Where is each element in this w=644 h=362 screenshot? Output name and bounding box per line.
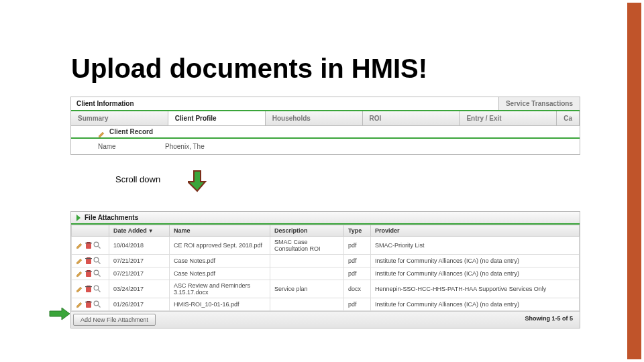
tab-client-profile[interactable]: Client Profile (168, 111, 266, 125)
tab-partial[interactable]: Ca (557, 111, 580, 125)
sort-desc-icon: ▼ (148, 228, 154, 234)
right-arrow-icon (48, 307, 71, 320)
client-info-header: Client Information Service Transactions (71, 97, 580, 111)
delete-icon[interactable] (85, 269, 92, 276)
row-filename: Case Notes.pdf (170, 267, 270, 280)
file-table: Date Added▼ Name Description Type Provid… (71, 225, 580, 311)
table-row: 07/21/2017Case Notes.pdfpdfInstitute for… (72, 267, 580, 280)
row-date: 07/21/2017 (109, 267, 170, 280)
edit-icon[interactable] (98, 128, 105, 135)
view-icon[interactable] (93, 241, 101, 248)
svg-point-23 (94, 301, 99, 306)
file-attachments-label: File Attachments (85, 214, 138, 221)
row-filename: HMIS-ROI_10-01-16.pdf (170, 298, 270, 311)
col-date-label: Date Added (113, 227, 147, 234)
col-type[interactable]: Type (344, 225, 371, 237)
row-date: 03/24/2017 (109, 280, 170, 298)
svg-line-9 (99, 262, 101, 264)
svg-point-13 (94, 270, 99, 275)
svg-rect-17 (85, 286, 92, 287)
svg-rect-5 (86, 259, 91, 264)
slide-accent-bar (627, 3, 641, 359)
delete-icon[interactable] (85, 300, 92, 307)
client-info-label: Client Information (71, 97, 498, 110)
row-date: 10/04/2018 (109, 237, 170, 255)
edit-icon[interactable] (76, 300, 83, 307)
svg-rect-2 (85, 243, 92, 243)
col-desc[interactable]: Description (270, 225, 344, 237)
table-row: 10/04/2018CE ROI approved Sept. 2018.pdf… (72, 237, 580, 255)
file-attachments-screenshot: File Attachments Date Added▼ Name Descri… (70, 211, 580, 328)
row-date: 01/26/2017 (109, 298, 170, 311)
svg-line-24 (99, 306, 101, 308)
client-record-header: Client Record (71, 126, 580, 139)
view-icon[interactable] (93, 269, 101, 276)
svg-rect-15 (86, 287, 91, 292)
file-attachments-header: File Attachments (71, 212, 580, 225)
row-actions (72, 298, 109, 311)
col-date[interactable]: Date Added▼ (109, 225, 170, 237)
tab-households[interactable]: Households (266, 111, 363, 125)
edit-icon[interactable] (76, 241, 83, 248)
delete-icon[interactable] (85, 241, 92, 248)
row-provider: Institute for Community Alliances (ICA) … (371, 267, 580, 280)
row-desc (270, 255, 344, 267)
edit-icon[interactable] (76, 257, 83, 263)
delete-icon[interactable] (85, 285, 92, 292)
client-tabs: Summary Client Profile Households ROI En… (71, 111, 580, 126)
edit-icon[interactable] (76, 269, 83, 276)
scroll-down-text: Scroll down (115, 174, 160, 184)
svg-rect-10 (86, 272, 91, 277)
row-actions (72, 255, 109, 267)
svg-line-19 (99, 290, 101, 292)
row-provider: SMAC-Priority List (371, 237, 580, 255)
client-name-row: Name Phoenix, The (71, 139, 580, 154)
name-label: Name (98, 143, 165, 150)
delete-icon[interactable] (85, 257, 92, 263)
slide-title: Upload documents in HMIS! (71, 54, 427, 84)
view-icon[interactable] (93, 257, 101, 263)
name-value: Phoenix, The (165, 143, 205, 150)
col-provider[interactable]: Provider (371, 225, 580, 237)
svg-rect-12 (85, 271, 92, 272)
svg-line-4 (99, 247, 101, 249)
add-file-button[interactable]: Add New File Attachment (73, 314, 156, 326)
expand-icon[interactable] (76, 215, 80, 221)
tab-summary[interactable]: Summary (71, 111, 168, 125)
row-actions (72, 237, 109, 255)
client-info-screenshot: Client Information Service Transactions … (70, 97, 580, 155)
svg-rect-22 (85, 302, 92, 302)
row-actions (72, 267, 109, 280)
svg-rect-0 (86, 243, 91, 249)
col-actions (72, 225, 109, 237)
row-type: docx (344, 280, 371, 298)
svg-rect-7 (85, 258, 92, 259)
edit-icon[interactable] (76, 285, 83, 292)
service-transactions-tab[interactable]: Service Transactions (498, 97, 580, 110)
svg-point-3 (94, 242, 99, 247)
row-desc (270, 267, 344, 280)
down-arrow-icon (188, 170, 207, 192)
row-desc: SMAC Case Consultation ROI (270, 237, 344, 255)
row-type: pdf (344, 255, 371, 267)
tab-roi[interactable]: ROI (363, 111, 460, 125)
row-date: 07/21/2017 (109, 255, 170, 267)
row-provider: Institute for Community Alliances (ICA) … (371, 255, 580, 267)
row-filename: ASC Review and Reminders 3.15.17.docx (170, 280, 270, 298)
row-type: pdf (344, 267, 371, 280)
tab-entry-exit[interactable]: Entry / Exit (460, 111, 557, 125)
table-row: 01/26/2017HMIS-ROI_10-01-16.pdfpdfInstit… (72, 298, 580, 311)
svg-point-18 (94, 286, 99, 290)
view-icon[interactable] (93, 285, 101, 292)
svg-rect-20 (86, 302, 91, 308)
col-name[interactable]: Name (170, 225, 270, 237)
row-actions (72, 280, 109, 298)
table-row: 07/21/2017Case Notes.pdfpdfInstitute for… (72, 255, 580, 267)
row-provider: Hennepin-SSO-HCC-HHS-PATH-HAA Supportive… (371, 280, 580, 298)
row-filename: Case Notes.pdf (170, 255, 270, 267)
showing-text: Showing 1-5 of 5 (518, 312, 580, 328)
view-icon[interactable] (93, 300, 101, 307)
row-provider: Institute for Community Alliances (ICA) … (371, 298, 580, 311)
row-desc: Service plan (270, 280, 344, 298)
svg-line-14 (99, 275, 101, 277)
